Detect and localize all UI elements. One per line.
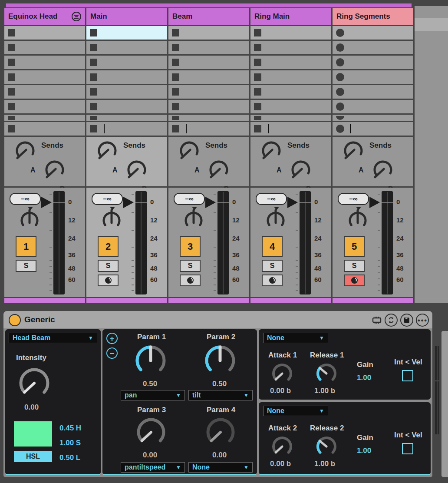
clip-stop-button[interactable]	[172, 125, 179, 132]
send-b-knob[interactable]	[208, 159, 230, 181]
param1-mapping-dropdown[interactable]: pan ▼	[121, 390, 185, 400]
add-param-button[interactable]: +	[106, 333, 118, 344]
clip-stop-button[interactable]	[254, 103, 261, 110]
arm-button[interactable]	[344, 275, 365, 286]
clip-stop-button[interactable]	[8, 73, 15, 81]
intvel2-checkbox[interactable]	[402, 443, 413, 454]
clip-slot-partial[interactable]	[250, 115, 331, 121]
clip-slot[interactable]	[333, 85, 413, 99]
clip-slot[interactable]	[86, 85, 167, 99]
gain2-value[interactable]: 1.00	[357, 447, 371, 455]
clip-stop-button[interactable]	[90, 29, 97, 36]
clip-stop-button[interactable]	[8, 44, 15, 51]
save-preset-icon[interactable]	[400, 314, 413, 327]
send-a-knob[interactable]	[342, 139, 365, 162]
clip-slot[interactable]	[250, 41, 331, 54]
track-activator-button[interactable]: 2	[98, 236, 119, 257]
track-header[interactable]: Ring Main	[250, 8, 331, 25]
clip-slot[interactable]	[250, 85, 331, 99]
volume-display[interactable]: −∞	[174, 193, 205, 205]
volume-display[interactable]: −∞	[338, 193, 369, 205]
clip-slot[interactable]	[86, 122, 167, 136]
clip-stop-button[interactable]	[336, 58, 344, 66]
clip-slot[interactable]	[4, 100, 85, 113]
clip-slot[interactable]	[4, 70, 85, 84]
fixture-dropdown[interactable]: Head Beam ▼	[9, 333, 97, 343]
clip-slot[interactable]	[333, 100, 413, 113]
send-b-knob[interactable]	[290, 159, 312, 181]
clip-stop-button[interactable]	[90, 125, 97, 132]
device-title-bar[interactable]: Generic	[3, 311, 432, 328]
clip-slot-partial[interactable]	[168, 115, 249, 121]
clip-stop-button[interactable]	[90, 44, 97, 51]
pan-knob[interactable]	[100, 209, 123, 232]
clip-stop-button[interactable]	[8, 29, 15, 36]
release2-knob[interactable]	[314, 434, 339, 459]
track-activator-button[interactable]: 4	[262, 236, 283, 257]
envelope1-dropdown[interactable]: None ▼	[263, 333, 328, 343]
clip-stop-button[interactable]	[254, 29, 261, 36]
clip-stop-button[interactable]	[172, 29, 179, 36]
param4-mapping-dropdown[interactable]: None ▼	[188, 462, 253, 473]
clip-slot[interactable]	[333, 41, 413, 54]
param4-knob[interactable]	[204, 415, 237, 449]
send-b-knob[interactable]	[125, 159, 148, 181]
clip-slot[interactable]	[168, 85, 249, 99]
clip-stop-button[interactable]	[172, 44, 179, 51]
track-header[interactable]: Main	[86, 8, 167, 25]
clip-slot[interactable]	[86, 70, 167, 84]
send-a-knob[interactable]	[260, 139, 283, 162]
arm-button[interactable]	[262, 275, 283, 286]
arm-button[interactable]	[98, 275, 119, 286]
clip-slot[interactable]	[250, 122, 331, 136]
clip-slot[interactable]	[168, 41, 249, 54]
clip-slot-partial[interactable]	[4, 115, 85, 121]
param2-mapping-dropdown[interactable]: tilt ▼	[188, 390, 253, 400]
pan-knob[interactable]	[346, 209, 369, 232]
clip-stop-button[interactable]	[254, 125, 261, 132]
hue-value[interactable]: 0.45 H	[59, 424, 81, 433]
remove-param-button[interactable]: −	[106, 347, 118, 359]
clip-stop-button[interactable]	[254, 59, 261, 66]
pan-knob[interactable]	[18, 209, 41, 232]
clip-slot[interactable]	[86, 26, 167, 40]
track-header[interactable]: Ring Segments	[333, 8, 413, 25]
clip-stop-button[interactable]	[336, 29, 344, 37]
volume-display[interactable]: −∞	[92, 193, 123, 205]
clip-stop-button[interactable]	[254, 88, 261, 96]
clip-stop-button[interactable]	[254, 73, 261, 81]
clip-slot[interactable]	[168, 56, 249, 69]
arm-button[interactable]	[180, 275, 201, 286]
clip-slot[interactable]	[168, 100, 249, 113]
clip-slot[interactable]	[4, 41, 85, 54]
send-a-knob[interactable]	[14, 139, 36, 162]
clip-slot-partial[interactable]	[333, 115, 413, 121]
clip-slot[interactable]	[4, 56, 85, 69]
clip-stop-button[interactable]	[336, 103, 344, 111]
hsl-mode-button[interactable]: HSL	[14, 451, 52, 462]
envelope2-dropdown[interactable]: None ▼	[263, 406, 328, 416]
track-header[interactable]: Beam	[168, 8, 249, 25]
clip-slot[interactable]	[333, 26, 413, 40]
clip-slot[interactable]	[250, 70, 331, 84]
track-activator-button[interactable]: 3	[180, 236, 201, 257]
scene-drop-area[interactable]	[415, 6, 448, 303]
clip-slot[interactable]	[168, 70, 249, 84]
attack2-knob[interactable]	[270, 434, 294, 459]
clip-slot-partial[interactable]	[86, 115, 167, 121]
solo-button[interactable]: S	[16, 260, 36, 272]
track-activator-button[interactable]: 5	[344, 236, 365, 257]
solo-button[interactable]: S	[180, 260, 201, 272]
send-b-knob[interactable]	[372, 159, 394, 181]
clip-slot[interactable]	[86, 41, 167, 54]
clip-slot[interactable]	[86, 100, 167, 113]
saturation-value[interactable]: 1.00 S	[59, 439, 81, 447]
track-activator-button[interactable]: 1	[16, 236, 36, 257]
clip-slot[interactable]	[333, 122, 413, 136]
clip-stop-button[interactable]	[336, 125, 344, 133]
clip-slot[interactable]	[4, 85, 85, 99]
clip-stop-button[interactable]	[172, 73, 179, 81]
param1-knob[interactable]	[132, 342, 169, 379]
solo-button[interactable]: S	[344, 260, 365, 272]
clip-slot[interactable]	[168, 122, 249, 136]
